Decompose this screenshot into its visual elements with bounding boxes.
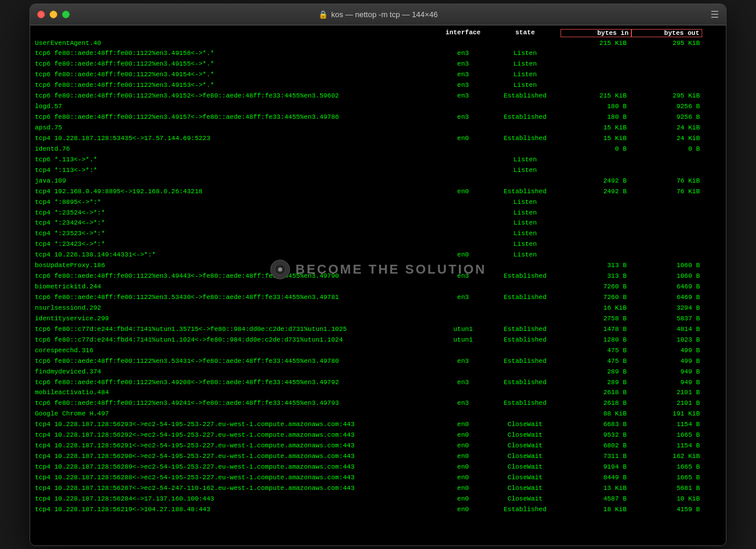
cell-process: tcp6 fe80::aede:48ff:fe00:1122%en3.49241… xyxy=(35,399,436,408)
cell-process: tcp4 10.228.187.128:53435<->17.57.144.69… xyxy=(35,134,436,144)
cell-process: nsurlsessiond.292 xyxy=(35,304,436,313)
header-state: state xyxy=(490,29,561,37)
minimize-button[interactable] xyxy=(50,11,57,18)
table-row: tcp6 fe80::aede:48ff:fe00:1122%en3.49153… xyxy=(30,80,726,91)
cell-interface: en0 xyxy=(436,452,490,462)
cell-bytes-out: 5681 B xyxy=(631,484,702,493)
cell-bytes-out: 295 KiB xyxy=(631,92,702,101)
table-row: tcp4 10.228.187.128:56290<->ec2-54-195-2… xyxy=(30,451,726,462)
window-controls[interactable] xyxy=(37,11,70,18)
cell-state: CloseWait xyxy=(490,473,561,483)
cell-state: Listen xyxy=(490,70,561,80)
cell-process: java.109 xyxy=(35,177,436,186)
cell-bytes-in: 7260 B xyxy=(561,293,631,303)
cell-process: tcp4 10.228.187.128:56289<->ec2-54-195-2… xyxy=(35,463,436,472)
cell-bytes-in: 16 KiB xyxy=(561,304,631,313)
cell-bytes-in xyxy=(561,49,631,59)
cell-state: CloseWait xyxy=(490,441,561,451)
table-row: mobileactivatio.484 2618 B 2101 B xyxy=(30,388,726,398)
cell-bytes-out: 949 B xyxy=(631,378,702,388)
cell-process: tcp6 fe80::aede:48ff:fe00:1122%en3.53430… xyxy=(35,293,436,303)
cell-bytes-in: 7311 B xyxy=(561,452,631,462)
cell-state: CloseWait xyxy=(490,495,561,504)
cell-bytes-out xyxy=(631,81,702,90)
menu-button[interactable]: ☰ xyxy=(711,9,719,20)
cell-interface xyxy=(436,314,490,324)
cell-interface xyxy=(436,368,490,377)
cell-state: Established xyxy=(490,336,561,345)
cell-bytes-in xyxy=(561,219,631,228)
cell-bytes-in: 313 B xyxy=(561,272,631,281)
cell-state xyxy=(490,346,561,356)
table-row: tcp6 fe80::aede:48ff:fe00:1122%en3.49208… xyxy=(30,378,726,388)
cell-state: Listen xyxy=(490,240,561,249)
cell-bytes-in: 6683 B xyxy=(561,420,631,430)
table-row: tcp6 fe80::aede:48ff:fe00:1122%en3.49155… xyxy=(30,59,726,70)
table-row: logd.57 180 B 9256 B xyxy=(30,102,726,112)
table-row: tcp6 fe80::c77d:e244:fbd4:7141%utun1.357… xyxy=(30,324,726,335)
cell-state: Listen xyxy=(490,81,561,90)
cell-process: apsd.75 xyxy=(35,124,436,133)
cell-process: tcp4 *:8895<->*:* xyxy=(35,198,436,207)
cell-state xyxy=(490,282,561,292)
header-bytes-in: bytes in xyxy=(561,29,631,37)
cell-state: Listen xyxy=(490,166,561,176)
cell-bytes-out: 6469 B xyxy=(631,293,702,303)
cell-bytes-out xyxy=(631,240,702,249)
cell-state: CloseWait xyxy=(490,420,561,430)
cell-interface: en3 xyxy=(436,293,490,303)
cell-state: Listen xyxy=(490,49,561,59)
cell-interface xyxy=(436,261,490,271)
cell-bytes-in: 2492 B xyxy=(561,187,631,197)
cell-bytes-in: 9194 B xyxy=(561,463,631,472)
terminal-window: 🔒 kos — nettop -m tcp — 144×46 ☰ interfa… xyxy=(30,4,726,546)
cell-state xyxy=(490,314,561,324)
cell-interface xyxy=(436,39,490,48)
cell-bytes-in xyxy=(561,70,631,80)
close-button[interactable] xyxy=(37,11,45,18)
cell-process: bosUpdateProxy.186 xyxy=(35,261,436,271)
cell-bytes-out: 1665 B xyxy=(631,473,702,483)
table-row: tcp4 *:113<->*:* Listen xyxy=(30,165,726,176)
cell-bytes-in: 289 B xyxy=(561,368,631,377)
cell-process: tcp6 fe80::aede:48ff:fe00:1122%en3.49208… xyxy=(35,378,436,388)
cell-bytes-out xyxy=(631,166,702,176)
table-row: tcp4 *:8895<->*:* Listen xyxy=(30,197,726,208)
cell-process: tcp6 fe80::aede:48ff:fe00:1122%en3.53431… xyxy=(35,357,436,366)
cell-process: tcp4 *:23424<->*:* xyxy=(35,219,436,228)
cell-bytes-out: 9256 B xyxy=(631,102,702,112)
cell-state: Listen xyxy=(490,229,561,239)
cell-interface xyxy=(436,145,490,154)
cell-interface: en3 xyxy=(436,92,490,101)
table-row: tcp6 fe80::aede:48ff:fe00:1122%en3.49156… xyxy=(30,48,726,59)
cell-state xyxy=(490,39,561,48)
cell-bytes-in xyxy=(561,198,631,207)
cell-bytes-in: 15 KiB xyxy=(561,134,631,144)
table-row: tcp4 10.228.187.128:56288<->ec2-54-195-2… xyxy=(30,473,726,483)
cell-bytes-in: 8449 B xyxy=(561,473,631,483)
cell-process: tcp4 192.168.0.49:8895<->192.168.0.26:43… xyxy=(35,187,436,197)
cell-state: Listen xyxy=(490,155,561,165)
table-row: tcp6 fe80::aede:48ff:fe00:1122%en3.49443… xyxy=(30,271,726,282)
terminal-output[interactable]: interface state bytes in bytes out UserE… xyxy=(30,25,726,545)
cell-bytes-out xyxy=(631,49,702,59)
cell-bytes-in: 180 B xyxy=(561,102,631,112)
cell-interface: en0 xyxy=(436,134,490,144)
table-row: tcp4 10.228.187.128:56289<->ec2-54-195-2… xyxy=(30,462,726,473)
cell-process: tcp4 *:23423<->*:* xyxy=(35,240,436,249)
cell-interface: en3 xyxy=(436,70,490,80)
cell-bytes-in: 18 KiB xyxy=(561,505,631,515)
cell-bytes-out: 10 KiB xyxy=(631,495,702,504)
cell-state: Established xyxy=(490,187,561,197)
table-row: tcp4 10.228.187.128:56219<->104.27.188.4… xyxy=(30,505,726,515)
cell-bytes-out: 499 B xyxy=(631,346,702,356)
cell-bytes-out: 4159 B xyxy=(631,505,702,515)
cell-bytes-out xyxy=(631,209,702,218)
cell-process: tcp4 10.228.187.128:56284<->17.137.160.1… xyxy=(35,495,436,504)
cell-interface xyxy=(436,177,490,186)
cell-interface xyxy=(436,229,490,239)
cell-bytes-in: 88 KiB xyxy=(561,410,631,419)
cell-interface: en0 xyxy=(436,484,490,493)
maximize-button[interactable] xyxy=(62,11,70,18)
cell-bytes-in xyxy=(561,209,631,218)
